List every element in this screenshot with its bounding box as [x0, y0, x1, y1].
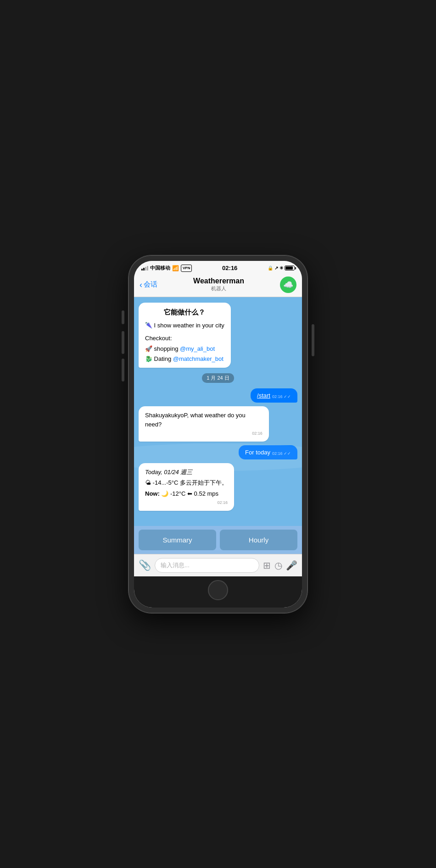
bot-avatar-icon: ☁️	[283, 280, 293, 290]
bot-intro-bubble: 它能做什么？ 🌂 I show weather in your city Che…	[139, 303, 231, 368]
message-input[interactable]: 输入消息...	[155, 558, 259, 573]
input-icons: ⊞ ◷ 🎤	[263, 560, 297, 571]
status-time: 02:16	[222, 265, 237, 271]
phone-frame: 中国移动 📶 VPN 02:16 🔒 ↗ ✳ ‹ 会话	[129, 255, 307, 613]
weather-now-values: 🌙 -12°C ⬅ 0.52 mps	[161, 490, 218, 497]
now-label: Now:	[145, 490, 161, 497]
weather-line3: Now: 🌙 -12°C ⬅ 0.52 mps	[145, 489, 228, 498]
shopping-link[interactable]: @my_ali_bot	[180, 345, 215, 352]
intro-checkout: Checkout:	[145, 334, 224, 343]
wifi-icon: 📶	[172, 265, 179, 271]
volume-down-button	[122, 359, 124, 381]
battery-icon	[285, 265, 295, 271]
bot-reply-bubble: ShakuyakukyoP, what weather do you need?…	[139, 406, 269, 442]
weather-line2: 🌤 -14...-5°C 多云开始于下午。	[145, 478, 228, 487]
input-placeholder: 输入消息...	[161, 562, 190, 569]
dating-link[interactable]: @matchmaker_bot	[173, 355, 224, 362]
screen: 中国移动 📶 VPN 02:16 🔒 ↗ ✳ ‹ 会话	[134, 261, 302, 608]
nav-title: Weathererman	[193, 277, 244, 285]
chevron-left-icon: ‹	[140, 281, 142, 289]
signal-icon	[141, 266, 148, 271]
today-timestamp: 02:16 ✓✓	[272, 451, 291, 456]
bot-reply-text: ShakuyakukyoP, what weather do you need?	[145, 412, 246, 428]
home-button[interactable]	[208, 580, 228, 600]
bot-avatar[interactable]: ☁️	[280, 276, 296, 293]
start-timestamp: 02:16 ✓✓	[272, 394, 291, 399]
back-label: 会话	[144, 280, 157, 289]
nav-bar: ‹ 会话 Weathererman 机器人 ☁️	[134, 274, 302, 297]
back-button[interactable]: ‹ 会话	[140, 280, 157, 289]
carrier-label: 中国移动	[150, 265, 170, 271]
intro-shopping: 🚀 shopping @my_ali_bot	[145, 344, 224, 354]
user-today-message: For today 02:16 ✓✓	[239, 445, 297, 459]
volume-up-button	[122, 331, 124, 354]
mute-button	[122, 310, 124, 324]
bot-reply-time: 02:16	[145, 431, 263, 437]
input-bar: 📎 输入消息... ⊞ ◷ 🎤	[134, 554, 302, 576]
bluetooth-icon: ✳	[279, 265, 283, 271]
today-text: For today	[245, 449, 270, 456]
intro-line1: 🌂 I show weather in your city	[145, 321, 224, 330]
vpn-badge: VPN	[181, 265, 192, 272]
chat-area: 它能做什么？ 🌂 I show weather in your city Che…	[134, 297, 302, 526]
nav-subtitle: 机器人	[193, 285, 244, 292]
summary-button[interactable]: Summary	[139, 530, 216, 550]
home-button-area	[134, 576, 302, 608]
hourly-button[interactable]: Hourly	[220, 530, 297, 550]
keyboard-buttons-row: Summary Hourly	[134, 526, 302, 554]
intro-heading: 它能做什么？	[145, 307, 224, 318]
mic-icon[interactable]: 🎤	[286, 560, 297, 571]
weather-line1: Today, 01/24 週三	[145, 468, 228, 477]
status-right: 🔒 ↗ ✳	[268, 265, 295, 271]
start-text: /start	[257, 392, 270, 399]
weather-time: 02:16	[145, 500, 228, 506]
user-start-message: /start 02:16 ✓✓	[251, 388, 297, 403]
power-button	[312, 324, 314, 356]
date-badge: 1 月 24 日	[202, 373, 234, 383]
sticker-icon[interactable]: ⊞	[263, 560, 271, 571]
status-left: 中国移动 📶 VPN	[141, 265, 192, 272]
nav-center: Weathererman 机器人	[193, 277, 244, 292]
emoji-icon[interactable]: ◷	[274, 560, 282, 571]
status-bar: 中国移动 📶 VPN 02:16 🔒 ↗ ✳	[134, 261, 302, 274]
bot-weather-bubble: Today, 01/24 週三 🌤 -14...-5°C 多云开始于下午。 No…	[139, 463, 234, 511]
read-check2-icon: ✓✓	[284, 451, 291, 456]
read-check-icon: ✓✓	[284, 394, 291, 399]
attach-icon[interactable]: 📎	[139, 559, 151, 571]
location-icon: ↗	[274, 265, 278, 271]
lock-icon: 🔒	[268, 265, 273, 271]
intro-dating: 🐉 Dating @matchmaker_bot	[145, 354, 224, 364]
